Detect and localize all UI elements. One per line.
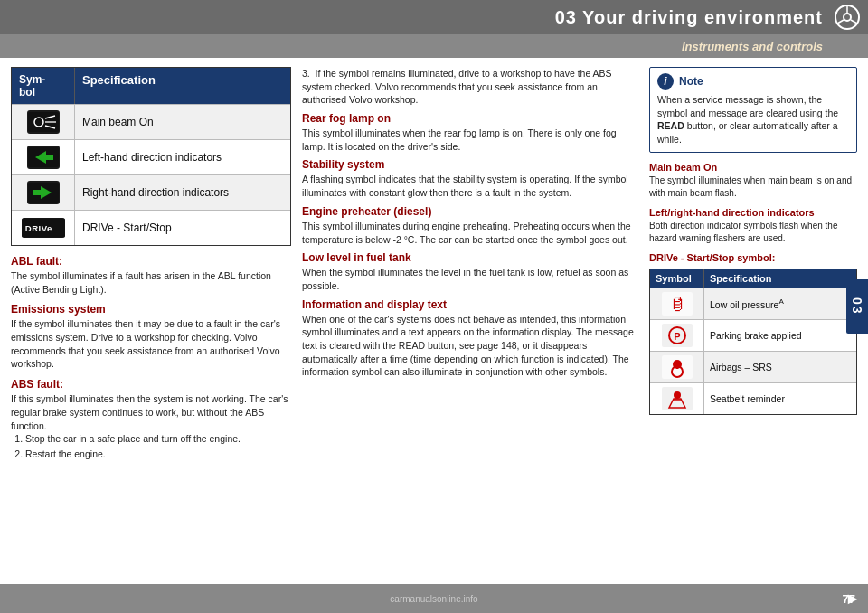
mid-section-title: Engine preheater (diesel): [302, 205, 638, 218]
subheader: Instruments and controls: [0, 34, 868, 58]
symbol-cell: DRIVe: [12, 211, 75, 245]
table-row: DRIVe DRIVe - Start/Stop: [12, 210, 290, 245]
table-row: 🛢 Low oil pressureA: [650, 288, 856, 319]
section-body: The symbol illuminates if a fault has ar…: [11, 269, 291, 296]
section-body: If the symbol illuminates then it may be…: [11, 317, 291, 371]
list-item: Restart the engine.: [25, 448, 291, 461]
table-row: P Parking brake applied: [650, 319, 856, 351]
mainbeam-icon: [27, 110, 60, 134]
right-spec-table-header: Symbol Specification: [650, 269, 856, 288]
table-row: Seatbelt reminder: [650, 382, 856, 414]
note-title: Note: [679, 75, 703, 88]
right-section-title: Main beam On: [649, 162, 857, 173]
section-body: If this symbol illuminates then the syst…: [11, 392, 291, 460]
symbol-cell: P: [650, 320, 704, 351]
main-content: Sym-bol Specification: [0, 58, 868, 584]
col-symbol-header: Sym-bol: [12, 68, 75, 104]
note-box: i Note When a service message is shown, …: [649, 67, 857, 153]
spec-text: Main beam On: [75, 112, 290, 132]
mid-section-body: A flashing symbol indicates that the sta…: [302, 173, 638, 199]
symbol-cell: [12, 105, 75, 139]
symbol-cell: [12, 175, 75, 210]
list-item: Stop the car in a safe place and turn of…: [25, 432, 291, 446]
header-title: 03 Your driving environment: [555, 7, 823, 28]
middle-column: 3. If the symbol remains illuminated, dr…: [302, 67, 638, 575]
symbol-cell: [650, 383, 704, 414]
svg-text:P: P: [674, 331, 680, 342]
col-spec-header: Specification: [704, 269, 856, 288]
header: 03 Your driving environment: [0, 0, 868, 34]
symbol-cell: [12, 140, 75, 174]
svg-text:🛢: 🛢: [669, 296, 685, 314]
spec-table: Sym-bol Specification: [11, 67, 291, 246]
spec-text: Parking brake applied: [704, 327, 856, 344]
svg-text:DRIVe: DRIVe: [24, 223, 52, 233]
svg-line-3: [851, 20, 857, 24]
section-title: Emissions system: [11, 303, 291, 316]
info-icon: i: [657, 73, 674, 90]
svg-point-1: [844, 14, 851, 21]
table-row: Left-hand direction indicators: [12, 139, 290, 174]
next-arrow-icon[interactable]: ►: [844, 589, 861, 608]
symbol-cell: 🛢: [650, 288, 704, 319]
steering-wheel-icon: [834, 4, 861, 31]
right-section-body: Both direction indicator symbols flash w…: [649, 220, 857, 245]
right-spec-table: Symbol Specification 🛢 Low oil pressureA: [649, 269, 857, 415]
section-list: Stop the car in a safe place and turn of…: [11, 432, 291, 460]
left-arrow-icon: [27, 146, 60, 169]
mid-section-body: When the symbol illuminates the level in…: [302, 266, 638, 292]
right-section-body: The symbol illuminates when main beam is…: [649, 174, 857, 200]
left-column: Sym-bol Specification: [11, 67, 291, 575]
section-title: ABL fault:: [11, 255, 291, 268]
spec-text: DRIVe - Start/Stop: [75, 218, 290, 238]
table-row: Airbags – SRS: [650, 351, 856, 382]
spec-text: Seatbelt reminder: [704, 391, 856, 407]
svg-point-28: [674, 391, 681, 399]
left-sections: ABL fault: The symbol illuminates if a f…: [11, 255, 291, 461]
section-title: ABS fault:: [11, 378, 291, 391]
mid-section-title: Stability system: [302, 158, 638, 171]
spec-text: Right-hand direction indicators: [75, 183, 290, 203]
right-arrow-icon: [27, 181, 60, 204]
mid-section-title: Low level in fuel tank: [302, 251, 638, 264]
mid-section-body: 3. If the symbol remains illuminated, dr…: [302, 67, 638, 107]
right-column: i Note When a service message is shown, …: [649, 67, 857, 575]
spec-text: Low oil pressureA: [704, 295, 856, 313]
spec-table-header: Sym-bol Specification: [12, 68, 290, 104]
table-row: Right-hand direction indicators: [12, 174, 290, 210]
mid-section-title: Rear fog lamp on: [302, 112, 638, 125]
symbol-cell: [650, 352, 704, 382]
col-symbol-header: Symbol: [650, 269, 704, 288]
mid-section-body: This symbol illuminates when the rear fo…: [302, 127, 638, 153]
svg-rect-15: [33, 190, 41, 195]
footer-logo: carmanualsonline.info: [390, 594, 477, 604]
mid-section-body: When one of the car's systems does not b…: [302, 313, 638, 379]
mid-section-body: This symbol illuminates during engine pr…: [302, 220, 638, 246]
chapter-tab: 03: [846, 279, 868, 334]
svg-rect-12: [46, 155, 53, 160]
svg-line-4: [837, 20, 844, 24]
footer: carmanualsonline.info 77 ►: [0, 584, 868, 613]
spec-text: Airbags – SRS: [704, 359, 856, 375]
spec-text: Left-hand direction indicators: [75, 147, 290, 167]
table-row: Main beam On: [12, 104, 290, 139]
note-header: i Note: [657, 73, 849, 90]
drive-icon: DRIVe: [22, 218, 65, 238]
mid-section-title: Information and display text: [302, 298, 638, 311]
col-spec-header: Specification: [75, 68, 290, 104]
subheader-text: Instruments and controls: [682, 40, 823, 53]
right-section-title: DRIVe - Start/Stop symbol:: [649, 252, 857, 263]
right-section-title: Left/right-hand direction indicators: [649, 207, 857, 218]
note-body: When a service message is shown, the sym…: [657, 93, 849, 146]
